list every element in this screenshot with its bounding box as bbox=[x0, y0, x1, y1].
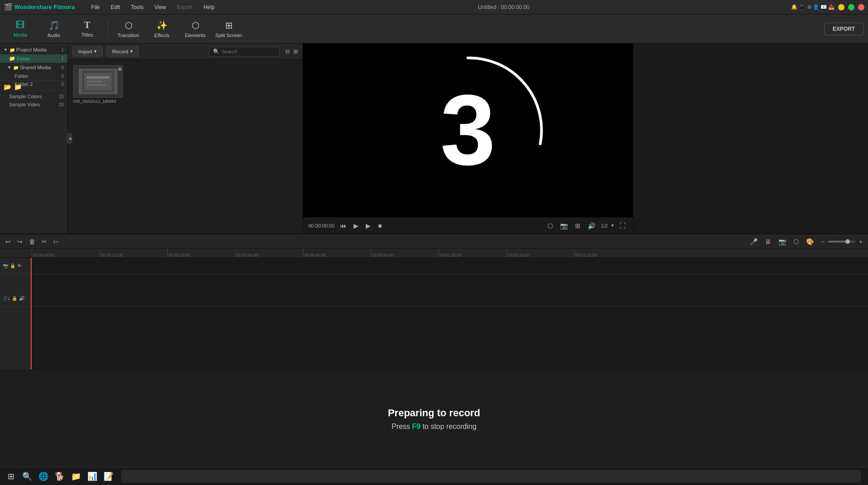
color-button[interactable]: 🎨 bbox=[804, 237, 816, 246]
screenshot-button[interactable]: 🖥 bbox=[763, 237, 773, 246]
fullscreen-button[interactable]: ⛶ bbox=[618, 221, 627, 230]
cut-button[interactable]: ✂ bbox=[40, 237, 49, 246]
ruler-mark-8: 00:01:20:00 bbox=[574, 249, 642, 257]
playhead[interactable] bbox=[31, 258, 32, 369]
export-button[interactable]: EXPORT bbox=[824, 23, 863, 35]
taskbar-files[interactable]: 📁 bbox=[69, 469, 83, 484]
audio-track-label: 🎵1 🔒 🔊 bbox=[0, 290, 30, 307]
menu-edit[interactable]: Edit bbox=[109, 3, 122, 11]
zoom-slider-thumb[interactable] bbox=[845, 239, 850, 244]
minimize-button[interactable] bbox=[838, 4, 844, 10]
toolbar-elements[interactable]: ⬡ Elements bbox=[179, 16, 211, 42]
menu-file[interactable]: File bbox=[89, 3, 101, 11]
svg-rect-2 bbox=[87, 76, 109, 79]
zoom-chevron[interactable]: ▾ bbox=[611, 223, 614, 228]
audio-track-num: 🎵1 bbox=[3, 296, 10, 301]
sidebar-sample-colors[interactable]: Sample Colors 15 bbox=[0, 92, 67, 100]
volume-button[interactable]: 🔊 bbox=[586, 221, 597, 230]
ruler-mark-2: 00:00:20:00 bbox=[167, 249, 235, 257]
toolbar-audio[interactable]: 🎵 Audio bbox=[38, 16, 70, 42]
toolbar-effects[interactable]: ✨ Effects bbox=[146, 16, 178, 42]
toolbar-splitscreen[interactable]: ⊞ Split Screen bbox=[213, 16, 245, 42]
toolbar-media[interactable]: 🎞 Media bbox=[5, 16, 36, 42]
taskbar-browser[interactable]: 🌐 bbox=[36, 469, 51, 484]
split-button[interactable]: ⊢ bbox=[52, 237, 61, 246]
folder-icon: 📁 bbox=[13, 65, 19, 70]
taskbar-excel[interactable]: 📊 bbox=[85, 469, 99, 484]
new-folder-icon[interactable]: 📂 bbox=[4, 83, 11, 90]
caption-button[interactable]: ⬡ bbox=[546, 221, 555, 230]
media-thumbnail: ⊞ bbox=[73, 65, 123, 98]
toolbar-titles[interactable]: T Titles bbox=[71, 16, 103, 42]
skip-back-button[interactable]: ⏮ bbox=[338, 221, 348, 230]
undo-button[interactable]: ↩ bbox=[4, 237, 13, 246]
menu-export[interactable]: Export bbox=[175, 3, 194, 11]
import-button[interactable]: Import ▾ bbox=[72, 46, 103, 57]
sidebar-project-media[interactable]: ▼ 📁 Project Media 1 bbox=[0, 45, 67, 54]
record-button[interactable]: Record ▾ bbox=[106, 46, 138, 57]
taskbar-teams[interactable]: 🐕 bbox=[52, 469, 67, 484]
audio-track-lock[interactable]: 🔒 bbox=[12, 296, 17, 301]
record-voiceover-button[interactable]: 🎤 bbox=[748, 237, 760, 246]
menu-help[interactable]: Help bbox=[202, 3, 217, 11]
taskbar-start[interactable]: ⊞ bbox=[4, 469, 18, 484]
menu-view[interactable]: View bbox=[152, 3, 168, 11]
subtitle-button[interactable]: ⬡ bbox=[792, 237, 801, 246]
ruler-mark-0: 00:00:00:00 bbox=[32, 249, 99, 257]
properties-panel bbox=[633, 43, 868, 233]
maximize-button[interactable] bbox=[848, 4, 854, 10]
search-input[interactable] bbox=[222, 49, 276, 54]
video-track-row bbox=[31, 258, 868, 274]
audio-track-volume[interactable]: 🔊 bbox=[19, 296, 24, 301]
media-search-bar[interactable]: 🔍 bbox=[209, 47, 280, 57]
zoom-slider[interactable] bbox=[828, 241, 855, 242]
zoom-out-button[interactable]: − bbox=[819, 237, 826, 246]
menu-tools[interactable]: Tools bbox=[129, 3, 145, 11]
taskbar-word[interactable]: 📝 bbox=[101, 469, 116, 484]
media-sidebar: ▼ 📁 Project Media 1 📁 Folder 1 ▼ 📁 Share… bbox=[0, 43, 68, 233]
timeline-tracks bbox=[31, 258, 868, 369]
video-track-label: 📷 🔒 👁 bbox=[0, 258, 30, 274]
effects-icon: ✨ bbox=[156, 20, 168, 31]
sidebar-folder-item[interactable]: Folder 0 bbox=[0, 72, 67, 80]
delete-button[interactable]: 🗑 bbox=[27, 237, 37, 246]
video-track-eye[interactable]: 👁 bbox=[17, 263, 22, 268]
main-toolbar: 🎞 Media 🎵 Audio T Titles ⬡ Transition ✨ … bbox=[0, 14, 868, 43]
sidebar-sample-video[interactable]: Sample Video 20 bbox=[0, 100, 67, 109]
timeline-body: 📷 🔒 👁 🎵1 🔒 🔊 bbox=[0, 258, 868, 369]
titles-icon: T bbox=[84, 20, 90, 30]
timeline-ruler: 00:00:00:00 00:00:10:00 00:00:20:00 00:0… bbox=[0, 249, 868, 258]
camera-button[interactable]: 📷 bbox=[777, 237, 788, 246]
add-icon[interactable]: 📁 bbox=[14, 83, 22, 90]
zoom-in-button[interactable]: + bbox=[857, 237, 864, 246]
countdown-number: 3 bbox=[440, 81, 495, 180]
sidebar-folder[interactable]: 📁 Folder 1 bbox=[0, 54, 67, 63]
sidebar-shared-media[interactable]: ▼ 📁 Shared Media 0 bbox=[0, 63, 67, 72]
stop-button[interactable]: ■ bbox=[376, 221, 383, 230]
media-item[interactable]: ⊞ VID_20210111_180053 bbox=[73, 65, 123, 104]
title-bar: 🎬 Wondershare Filmora File Edit Tools Vi… bbox=[0, 0, 868, 14]
ruler-mark-3: 00:00:30:00 bbox=[235, 249, 303, 257]
toolbar-transition[interactable]: ⬡ Transition bbox=[113, 16, 144, 42]
recording-subtitle: Press F9 to stop recording bbox=[392, 423, 476, 431]
sidebar-collapse-button[interactable]: ◀ bbox=[67, 133, 72, 144]
video-track-lock[interactable]: 🔒 bbox=[10, 263, 15, 268]
timeline: ↩ ↪ 🗑 ✂ ⊢ 🎤 🖥 📷 ⬡ 🎨 − + 00:00:00:00 00:0… bbox=[0, 233, 868, 369]
play-alt-button[interactable]: ▶ bbox=[364, 221, 373, 230]
play-button[interactable]: ▶ bbox=[352, 221, 360, 230]
grid-icon[interactable]: ⊞ bbox=[293, 48, 298, 55]
redo-button[interactable]: ↪ bbox=[15, 237, 24, 246]
close-button[interactable] bbox=[858, 4, 864, 10]
snapshot-button[interactable]: 📷 bbox=[558, 221, 570, 230]
filter-icon[interactable]: ⊟ bbox=[285, 48, 290, 55]
taskbar-search[interactable]: 🔍 bbox=[20, 469, 34, 484]
preview-controls: 00:00:00:00 ⏮ ▶ ▶ ■ ⬡ 📷 ⊞ 🔊 1/2 ▾ ⛶ bbox=[303, 217, 633, 233]
pip-button[interactable]: ⊞ bbox=[573, 221, 582, 230]
search-icon: 🔍 bbox=[213, 48, 220, 55]
svg-rect-4 bbox=[87, 84, 106, 86]
recording-title: Preparing to record bbox=[388, 407, 480, 419]
recording-overlay: Preparing to record Press F9 to stop rec… bbox=[0, 407, 868, 431]
media-icon: 🎞 bbox=[16, 20, 25, 30]
splitscreen-icon: ⊞ bbox=[225, 20, 233, 31]
elements-icon: ⬡ bbox=[192, 20, 199, 31]
